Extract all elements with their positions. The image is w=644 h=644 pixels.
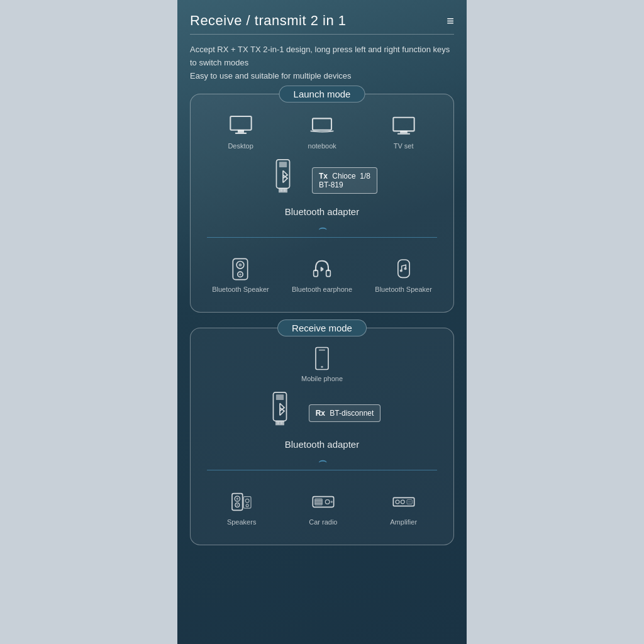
svg-rect-27 (275, 421, 284, 426)
svg-point-46 (396, 500, 399, 504)
bt-speaker-right-label: Bluetooth Speaker (375, 286, 432, 293)
svg-rect-8 (279, 162, 287, 168)
svg-point-41 (330, 501, 332, 503)
svg-point-14 (239, 264, 242, 267)
receive-mode-card: Receive mode Mobile phone (190, 328, 454, 545)
desktop-label: Desktop (228, 142, 253, 150)
speaker-left-icon (228, 257, 253, 282)
svg-rect-1 (238, 130, 244, 133)
bt-speaker-left-label: Bluetooth Speaker (212, 286, 269, 293)
svg-point-37 (246, 504, 248, 507)
receive-adapter-section: Rx BT-disconnet (201, 391, 443, 435)
desktop-device: Desktop (228, 113, 253, 150)
launch-mode-tag: Tx (319, 172, 328, 180)
mobile-phone-icon (309, 346, 335, 371)
receive-mode-tag: Rx (316, 409, 325, 418)
launch-adapter-label: Bluetooth adapter (285, 206, 359, 217)
receive-source-devices: Mobile phone (201, 346, 443, 382)
launch-adapter-section: Tx Chioce 1/8BT-819 (201, 158, 443, 203)
launch-source-devices: Desktop notebook TV set (201, 113, 443, 150)
launch-divider-wave: ⌢ (201, 219, 443, 236)
svg-rect-45 (393, 498, 414, 506)
svg-point-36 (245, 499, 249, 503)
receive-screen-display: Rx BT-disconnet (309, 404, 381, 422)
svg-point-34 (236, 504, 238, 506)
receive-adapter-label: Bluetooth adapter (285, 439, 359, 450)
svg-point-40 (325, 500, 330, 504)
svg-point-21 (404, 267, 406, 270)
svg-point-47 (401, 500, 404, 504)
bt-speaker-right: Bluetooth Speaker (375, 257, 432, 293)
svg-rect-6 (397, 133, 410, 135)
receive-adapter-device (264, 391, 296, 435)
receive-mode-label: Receive mode (277, 319, 367, 336)
amplifier-label: Amplifier (390, 518, 417, 526)
description-text: Accept RX + TX TX 2-in-1 design, long pr… (190, 43, 454, 82)
amplifier-device: Amplifier (390, 489, 417, 526)
svg-point-32 (236, 498, 238, 500)
page-title: Receive / transmit 2 in 1 (190, 13, 346, 29)
svg-point-16 (240, 274, 242, 275)
svg-rect-4 (393, 118, 414, 131)
amplifier-icon (391, 489, 416, 514)
phone-container: Receive / transmit 2 in 1 ≡ Accept RX + … (177, 0, 467, 644)
notebook-icon (309, 113, 335, 138)
car-radio-icon (311, 489, 336, 514)
receive-divider-wave: ⌢ (201, 452, 443, 469)
svg-rect-19 (397, 260, 409, 277)
car-radio-label: Car radio (309, 518, 337, 526)
car-radio-device: Car radio (309, 489, 337, 526)
svg-rect-23 (319, 350, 325, 351)
bluetooth-adapter-launch-icon (267, 158, 299, 203)
svg-rect-29 (280, 422, 283, 425)
svg-rect-11 (284, 189, 286, 192)
receive-divider-line (207, 470, 437, 470)
speakers-label: Speakers (227, 518, 256, 526)
speakers-device: Speakers (227, 489, 256, 526)
speakers-icon (229, 489, 254, 514)
notebook-label: notebook (308, 142, 336, 150)
launch-divider-line (207, 237, 437, 238)
svg-rect-0 (230, 116, 251, 130)
svg-rect-26 (276, 395, 284, 401)
bt-speaker-left: Bluetooth Speaker (212, 257, 269, 293)
launch-adapter-device (267, 158, 299, 203)
receive-screen-text: BT-disconnet (330, 409, 374, 418)
mobile-phone-label: Mobile phone (301, 375, 343, 382)
svg-rect-10 (280, 189, 283, 192)
launch-screen-display: Tx Chioce 1/8BT-819 (312, 167, 377, 194)
svg-rect-3 (313, 119, 331, 130)
svg-rect-5 (400, 131, 408, 133)
receive-target-devices: Speakers Car radio (201, 489, 443, 526)
bt-earphone: Bluetooth earphone (292, 257, 352, 293)
desktop-icon (228, 113, 253, 138)
launch-mode-label: Launch mode (279, 86, 365, 103)
speaker-right-icon (391, 257, 416, 282)
svg-point-24 (321, 366, 323, 368)
bluetooth-adapter-receive-icon (264, 391, 296, 435)
tvset-icon (391, 113, 416, 138)
bt-earphone-label: Bluetooth earphone (292, 286, 352, 293)
launch-mode-card: Launch mode Desktop notebook (190, 94, 454, 313)
tvset-label: TV set (394, 142, 414, 150)
notebook-device: notebook (308, 113, 336, 150)
tvset-device: TV set (391, 113, 416, 150)
menu-icon[interactable]: ≡ (447, 14, 454, 27)
page-header: Receive / transmit 2 in 1 ≡ (190, 13, 454, 35)
svg-rect-9 (279, 189, 287, 193)
svg-rect-28 (277, 422, 279, 425)
svg-point-20 (399, 270, 402, 272)
svg-rect-2 (235, 133, 246, 134)
earphone-icon (309, 257, 335, 282)
launch-target-devices: Bluetooth Speaker Bluetooth earphone (201, 257, 443, 293)
mobile-phone-device: Mobile phone (301, 346, 343, 382)
